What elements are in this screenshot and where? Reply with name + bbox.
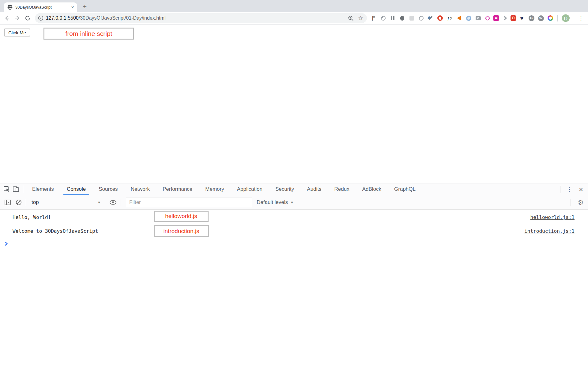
live-expression-eye-icon[interactable] [108,198,118,207]
toolbar-divider [23,186,23,193]
back-icon[interactable] [2,15,12,21]
g-extension-icon[interactable]: G [528,14,535,22]
o-extension-icon[interactable]: O [511,15,516,21]
color-ring-extension-icon[interactable] [547,14,554,22]
address-bar[interactable]: 127.0.0.1:5500/30DaysOfJavaScript/01-Day… [35,13,367,23]
megaphone-extension-icon[interactable] [455,14,463,22]
device-toolbar-icon[interactable] [11,185,21,194]
tab-elements[interactable]: Elements [26,183,60,195]
gear-square-extension-icon[interactable]: ✱ [493,15,499,21]
inline-script-annotation-box: from inline script [43,28,134,40]
clear-console-icon[interactable] [14,198,23,207]
console-message-row: Welcome to 30DaysOfJavaScript introducti… [0,225,588,237]
helloworld-annotation-text: helloworld.js [165,213,197,220]
chevron-down-icon: ▼ [97,201,101,204]
tab-performance[interactable]: Performance [156,183,199,195]
atom-extension-icon[interactable] [484,14,491,22]
tab-network[interactable]: Network [124,183,156,195]
hand-stop-extension-icon[interactable] [436,14,444,22]
reload-icon[interactable] [23,15,33,21]
console-filter-input[interactable] [126,197,252,207]
js-context-value: top [32,199,39,205]
pause-extension-icon[interactable] [389,14,396,22]
tab-memory[interactable]: Memory [199,183,230,195]
tab-redux[interactable]: Redux [328,183,356,195]
introduction-annotation-text: introduction.js [163,228,199,235]
bookmark-star-icon[interactable]: ☆ [358,15,363,21]
camera-extension-icon[interactable] [474,14,482,22]
toolbar-divider [120,199,120,206]
browser-tab-strip: 30DaysOfJavaScript × + [0,0,588,12]
tab-title: 30DaysOfJavaScript [15,5,71,10]
chevron-down-icon: ▼ [290,201,294,204]
target-extension-icon[interactable] [379,14,387,22]
swirl-extension-icon[interactable] [465,14,472,22]
tab-close-icon[interactable]: × [71,5,74,10]
browser-tab[interactable]: 30DaysOfJavaScript × [4,2,77,12]
fx-extension-icon[interactable]: ƒ? [446,14,453,22]
toolbar-divider [560,186,560,193]
toolbar-divider [571,199,571,206]
url-text: 127.0.0.1:5500/30DaysOfJavaScript/01-Day… [46,15,165,21]
tab-application[interactable]: Application [231,183,269,195]
page-info-icon[interactable] [38,15,43,21]
face-extension-icon[interactable] [417,14,425,22]
url-path: /30DaysOfJavaScript/01-Day/index.html [79,15,166,21]
console-source-link[interactable]: introduction.js:1 [524,228,575,234]
browser-toolbar: 127.0.0.1:5500/30DaysOfJavaScript/01-Day… [0,12,588,25]
toolbar-divider [105,199,105,206]
console-sidebar-toggle-icon[interactable] [3,198,12,207]
heart-key-extension-icon[interactable]: ♥ [518,14,526,22]
extensions-bar: Ƒ ƒ? ✱ O ♥ G W { } [370,12,570,25]
eyedropper-extension-icon[interactable] [427,14,434,22]
forward-icon[interactable] [12,15,23,21]
devtools-panel: Elements Console Sources Network Perform… [0,183,588,368]
log-levels-label: Default levels [257,199,288,205]
console-message-text: Welcome to 30DaysOfJavaScript [13,228,98,234]
console-messages: Hello, World! helloworld.js:1 Welcome to… [0,210,588,250]
devtools-tab-bar: Elements Console Sources Network Perform… [0,183,588,195]
grid-extension-icon[interactable] [408,14,415,22]
introduction-annotation-box: introduction.js [154,225,209,237]
tab-console[interactable]: Console [60,183,92,195]
console-prompt-chevron-icon [5,241,8,246]
url-host: 127.0.0.1:5500 [46,15,79,21]
inline-script-annotation-text: from inline script [66,30,112,37]
new-tab-button[interactable]: + [80,2,89,11]
inspect-element-icon[interactable] [2,185,11,194]
helloworld-annotation-box: helloworld.js [154,211,209,222]
w-extension-icon[interactable]: W [537,14,545,22]
console-prompt[interactable] [0,237,588,250]
js-context-selector[interactable]: top ▼ [32,199,101,205]
tab-security[interactable]: Security [269,183,300,195]
log-levels-dropdown[interactable]: Default levels ▼ [257,199,294,205]
bug-extension-icon[interactable] [398,14,406,22]
click-me-button[interactable]: Click Me [4,29,30,36]
zoom-icon[interactable] [348,15,354,21]
devtools-close-icon[interactable]: × [576,186,586,193]
tab-graphql[interactable]: GraphQL [388,183,422,195]
braces-profile-icon[interactable]: { } [561,14,570,22]
f-extension-icon[interactable]: Ƒ [370,14,377,22]
devtools-menu-icon[interactable]: ⋮ [563,186,576,193]
corner-arrow-extension-icon[interactable] [501,14,508,22]
toolbar-divider [557,15,558,21]
favicon-globe-icon [7,5,13,10]
web-page-content: Click Me from inline script [0,25,588,183]
toolbar-divider [26,199,26,206]
tab-adblock[interactable]: AdBlock [356,183,388,195]
tab-audits[interactable]: Audits [300,183,328,195]
console-message-row: Hello, World! helloworld.js:1 [0,210,588,225]
console-source-link[interactable]: helloworld.js:1 [530,214,575,220]
console-settings-gear-icon[interactable]: ⚙ [573,199,588,206]
console-toolbar: top ▼ Default levels ▼ ⚙ [0,195,588,210]
chrome-menu-icon[interactable]: ⋮ [576,12,586,25]
console-message-text: Hello, World! [13,214,51,220]
tab-sources[interactable]: Sources [92,183,124,195]
